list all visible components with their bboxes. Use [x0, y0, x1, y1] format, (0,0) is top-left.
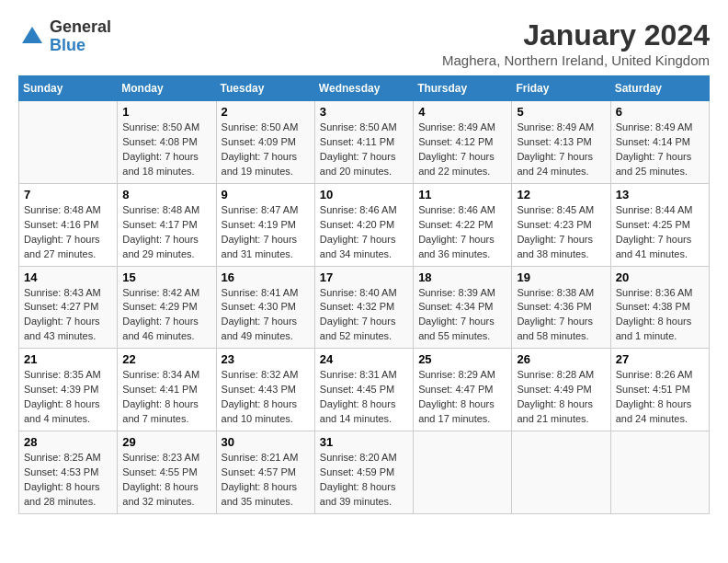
day-info: Sunrise: 8:43 AMSunset: 4:27 PMDaylight:… — [24, 286, 112, 345]
location-title: Maghera, Northern Ireland, United Kingdo… — [442, 52, 710, 68]
day-info: Sunrise: 8:48 AMSunset: 4:17 PMDaylight:… — [122, 203, 210, 262]
day-info: Sunrise: 8:26 AMSunset: 4:51 PMDaylight:… — [616, 368, 704, 427]
calendar-table: SundayMondayTuesdayWednesdayThursdayFrid… — [18, 75, 710, 514]
day-info: Sunrise: 8:50 AMSunset: 4:08 PMDaylight:… — [122, 121, 210, 179]
day-info: Sunrise: 8:46 AMSunset: 4:20 PMDaylight:… — [320, 203, 408, 262]
day-number: 21 — [24, 352, 112, 366]
day-number: 11 — [418, 188, 506, 201]
day-number: 6 — [616, 105, 704, 119]
day-info: Sunrise: 8:41 AMSunset: 4:30 PMDaylight:… — [222, 286, 310, 345]
calendar-body: 1Sunrise: 8:50 AMSunset: 4:08 PMDaylight… — [19, 101, 710, 514]
calendar-cell: 16Sunrise: 8:41 AMSunset: 4:30 PMDayligh… — [216, 266, 314, 349]
calendar-cell: 1Sunrise: 8:50 AMSunset: 4:08 PMDaylight… — [118, 101, 216, 184]
calendar-cell: 15Sunrise: 8:42 AMSunset: 4:29 PMDayligh… — [118, 266, 216, 349]
day-info: Sunrise: 8:42 AMSunset: 4:29 PMDaylight:… — [122, 286, 210, 345]
calendar-cell: 9Sunrise: 8:47 AMSunset: 4:19 PMDaylight… — [216, 183, 314, 266]
logo: General Blue — [18, 18, 111, 55]
logo-icon — [18, 23, 46, 51]
day-number: 23 — [222, 352, 310, 366]
month-title: January 2024 — [442, 18, 710, 52]
day-number: 18 — [418, 270, 506, 284]
day-number: 28 — [24, 435, 112, 449]
day-number: 9 — [222, 188, 310, 201]
page-header: General Blue January 2024 Maghera, North… — [18, 18, 710, 68]
day-info: Sunrise: 8:48 AMSunset: 4:16 PMDaylight:… — [24, 203, 112, 262]
calendar-cell: 19Sunrise: 8:38 AMSunset: 4:36 PMDayligh… — [512, 266, 610, 349]
day-info: Sunrise: 8:49 AMSunset: 4:13 PMDaylight:… — [517, 121, 605, 179]
logo-general: General — [50, 18, 111, 37]
calendar-cell: 25Sunrise: 8:29 AMSunset: 4:47 PMDayligh… — [414, 349, 512, 431]
day-info: Sunrise: 8:50 AMSunset: 4:09 PMDaylight:… — [222, 121, 310, 179]
calendar-cell — [414, 431, 512, 514]
day-info: Sunrise: 8:40 AMSunset: 4:32 PMDaylight:… — [320, 286, 408, 345]
calendar-header: SundayMondayTuesdayWednesdayThursdayFrid… — [19, 76, 710, 101]
day-info: Sunrise: 8:45 AMSunset: 4:23 PMDaylight:… — [517, 203, 605, 262]
header-day-thursday: Thursday — [414, 76, 512, 101]
day-number: 8 — [122, 188, 210, 201]
day-number: 14 — [24, 270, 112, 284]
header-row: SundayMondayTuesdayWednesdayThursdayFrid… — [19, 76, 710, 101]
day-info: Sunrise: 8:36 AMSunset: 4:38 PMDaylight:… — [616, 286, 704, 345]
header-day-saturday: Saturday — [610, 76, 709, 101]
day-info: Sunrise: 8:47 AMSunset: 4:19 PMDaylight:… — [222, 203, 310, 262]
svg-marker-0 — [22, 27, 42, 43]
day-info: Sunrise: 8:34 AMSunset: 4:41 PMDaylight:… — [122, 368, 210, 427]
day-number: 30 — [222, 435, 310, 449]
day-number: 2 — [222, 105, 310, 119]
calendar-cell: 2Sunrise: 8:50 AMSunset: 4:09 PMDaylight… — [216, 101, 314, 184]
calendar-cell — [512, 431, 610, 514]
calendar-cell: 29Sunrise: 8:23 AMSunset: 4:55 PMDayligh… — [118, 431, 216, 514]
day-number: 10 — [320, 188, 408, 201]
calendar-cell: 21Sunrise: 8:35 AMSunset: 4:39 PMDayligh… — [19, 349, 118, 431]
day-number: 3 — [320, 105, 408, 119]
day-number: 7 — [24, 188, 112, 201]
day-info: Sunrise: 8:35 AMSunset: 4:39 PMDaylight:… — [24, 368, 112, 427]
day-info: Sunrise: 8:25 AMSunset: 4:53 PMDaylight:… — [24, 451, 112, 510]
logo-text: General Blue — [50, 18, 111, 55]
calendar-week-2: 7Sunrise: 8:48 AMSunset: 4:16 PMDaylight… — [19, 183, 710, 266]
day-info: Sunrise: 8:49 AMSunset: 4:12 PMDaylight:… — [418, 121, 506, 179]
calendar-cell: 22Sunrise: 8:34 AMSunset: 4:41 PMDayligh… — [118, 349, 216, 431]
day-number: 16 — [222, 270, 310, 284]
day-info: Sunrise: 8:49 AMSunset: 4:14 PMDaylight:… — [616, 121, 704, 179]
day-number: 25 — [418, 352, 506, 366]
day-number: 13 — [616, 188, 704, 201]
calendar-cell: 28Sunrise: 8:25 AMSunset: 4:53 PMDayligh… — [19, 431, 118, 514]
calendar-cell: 20Sunrise: 8:36 AMSunset: 4:38 PMDayligh… — [610, 266, 709, 349]
calendar-week-5: 28Sunrise: 8:25 AMSunset: 4:53 PMDayligh… — [19, 431, 710, 514]
header-day-tuesday: Tuesday — [216, 76, 314, 101]
calendar-cell: 14Sunrise: 8:43 AMSunset: 4:27 PMDayligh… — [19, 266, 118, 349]
calendar-week-1: 1Sunrise: 8:50 AMSunset: 4:08 PMDaylight… — [19, 101, 710, 184]
day-number: 1 — [122, 105, 210, 119]
day-info: Sunrise: 8:39 AMSunset: 4:34 PMDaylight:… — [418, 286, 506, 345]
calendar-cell: 17Sunrise: 8:40 AMSunset: 4:32 PMDayligh… — [314, 266, 413, 349]
calendar-cell — [610, 431, 709, 514]
day-number: 17 — [320, 270, 408, 284]
calendar-cell: 8Sunrise: 8:48 AMSunset: 4:17 PMDaylight… — [118, 183, 216, 266]
calendar-cell: 7Sunrise: 8:48 AMSunset: 4:16 PMDaylight… — [19, 183, 118, 266]
day-info: Sunrise: 8:28 AMSunset: 4:49 PMDaylight:… — [517, 368, 605, 427]
calendar-cell: 31Sunrise: 8:20 AMSunset: 4:59 PMDayligh… — [314, 431, 413, 514]
calendar-cell: 3Sunrise: 8:50 AMSunset: 4:11 PMDaylight… — [314, 101, 413, 184]
day-number: 20 — [616, 270, 704, 284]
day-info: Sunrise: 8:44 AMSunset: 4:25 PMDaylight:… — [616, 203, 704, 262]
calendar-cell: 13Sunrise: 8:44 AMSunset: 4:25 PMDayligh… — [610, 183, 709, 266]
calendar-cell: 23Sunrise: 8:32 AMSunset: 4:43 PMDayligh… — [216, 349, 314, 431]
day-number: 29 — [122, 435, 210, 449]
calendar-week-3: 14Sunrise: 8:43 AMSunset: 4:27 PMDayligh… — [19, 266, 710, 349]
day-info: Sunrise: 8:20 AMSunset: 4:59 PMDaylight:… — [320, 451, 408, 510]
calendar-cell: 26Sunrise: 8:28 AMSunset: 4:49 PMDayligh… — [512, 349, 610, 431]
calendar-cell: 4Sunrise: 8:49 AMSunset: 4:12 PMDaylight… — [414, 101, 512, 184]
logo-blue: Blue — [50, 37, 111, 55]
calendar-cell: 12Sunrise: 8:45 AMSunset: 4:23 PMDayligh… — [512, 183, 610, 266]
day-info: Sunrise: 8:50 AMSunset: 4:11 PMDaylight:… — [320, 121, 408, 179]
header-day-sunday: Sunday — [19, 76, 118, 101]
day-number: 19 — [517, 270, 605, 284]
day-number: 15 — [122, 270, 210, 284]
calendar-cell: 5Sunrise: 8:49 AMSunset: 4:13 PMDaylight… — [512, 101, 610, 184]
day-info: Sunrise: 8:23 AMSunset: 4:55 PMDaylight:… — [122, 451, 210, 510]
day-info: Sunrise: 8:38 AMSunset: 4:36 PMDaylight:… — [517, 286, 605, 345]
calendar-cell: 24Sunrise: 8:31 AMSunset: 4:45 PMDayligh… — [314, 349, 413, 431]
header-day-friday: Friday — [512, 76, 610, 101]
day-info: Sunrise: 8:21 AMSunset: 4:57 PMDaylight:… — [222, 451, 310, 510]
